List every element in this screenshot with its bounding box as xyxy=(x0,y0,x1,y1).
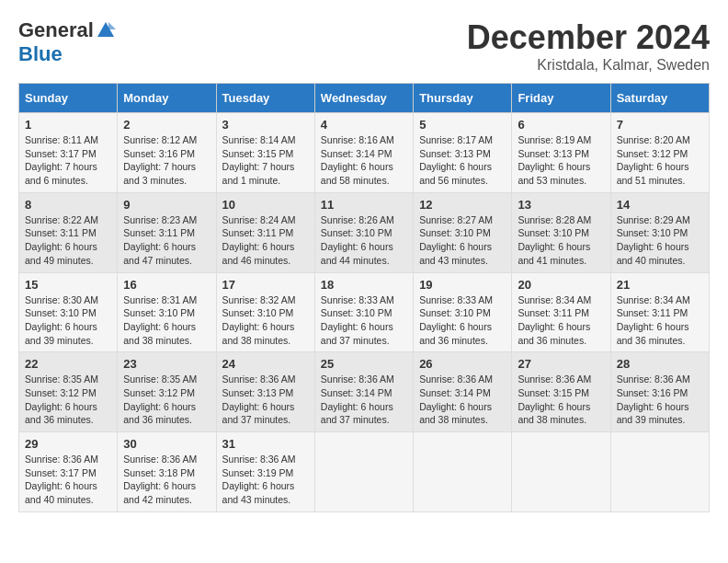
calendar-week-row: 8Sunrise: 8:22 AMSunset: 3:11 PMDaylight… xyxy=(19,192,710,272)
calendar-cell: 1Sunrise: 8:11 AMSunset: 3:17 PMDaylight… xyxy=(19,113,118,193)
day-info: Sunrise: 8:36 AMSunset: 3:13 PMDaylight:… xyxy=(222,373,309,427)
day-info: Sunrise: 8:14 AMSunset: 3:15 PMDaylight:… xyxy=(222,133,309,188)
calendar-cell: 31Sunrise: 8:36 AMSunset: 3:19 PMDayligh… xyxy=(216,432,314,512)
day-info: Sunrise: 8:36 AMSunset: 3:14 PMDaylight:… xyxy=(419,373,506,427)
calendar-cell: 19Sunrise: 8:33 AMSunset: 3:10 PMDayligh… xyxy=(414,272,512,352)
calendar-cell: 2Sunrise: 8:12 AMSunset: 3:16 PMDaylight… xyxy=(118,113,216,193)
calendar-cell: 6Sunrise: 8:19 AMSunset: 3:13 PMDaylight… xyxy=(512,113,610,193)
calendar-cell xyxy=(610,432,709,512)
day-info: Sunrise: 8:12 AMSunset: 3:16 PMDaylight:… xyxy=(123,133,210,188)
calendar-cell: 23Sunrise: 8:35 AMSunset: 3:12 PMDayligh… xyxy=(118,352,216,432)
day-info: Sunrise: 8:24 AMSunset: 3:11 PMDaylight:… xyxy=(222,213,309,268)
calendar-cell xyxy=(314,432,413,512)
calendar-week-row: 1Sunrise: 8:11 AMSunset: 3:17 PMDaylight… xyxy=(19,113,710,193)
day-number: 16 xyxy=(123,278,210,292)
day-number: 30 xyxy=(123,437,210,451)
day-number: 29 xyxy=(25,437,111,451)
day-number: 13 xyxy=(518,198,604,212)
header-friday: Friday xyxy=(512,84,610,113)
day-number: 3 xyxy=(222,118,309,132)
day-info: Sunrise: 8:35 AMSunset: 3:12 PMDaylight:… xyxy=(123,373,210,427)
day-info: Sunrise: 8:31 AMSunset: 3:10 PMDaylight:… xyxy=(123,293,210,348)
day-number: 19 xyxy=(419,278,506,292)
day-info: Sunrise: 8:36 AMSunset: 3:19 PMDaylight:… xyxy=(222,453,309,507)
logo-general-text: General xyxy=(18,18,94,42)
calendar-cell: 26Sunrise: 8:36 AMSunset: 3:14 PMDayligh… xyxy=(414,352,512,432)
calendar-cell: 30Sunrise: 8:36 AMSunset: 3:18 PMDayligh… xyxy=(118,432,216,512)
calendar-cell xyxy=(414,432,512,512)
calendar-week-row: 29Sunrise: 8:36 AMSunset: 3:17 PMDayligh… xyxy=(19,432,710,512)
day-info: Sunrise: 8:34 AMSunset: 3:11 PMDaylight:… xyxy=(518,293,604,348)
calendar-cell: 5Sunrise: 8:17 AMSunset: 3:13 PMDaylight… xyxy=(414,113,512,193)
calendar-cell: 28Sunrise: 8:36 AMSunset: 3:16 PMDayligh… xyxy=(610,352,709,432)
day-number: 12 xyxy=(419,198,506,212)
calendar-cell: 4Sunrise: 8:16 AMSunset: 3:14 PMDaylight… xyxy=(314,113,413,193)
calendar-week-row: 22Sunrise: 8:35 AMSunset: 3:12 PMDayligh… xyxy=(19,352,710,432)
day-number: 22 xyxy=(25,357,111,371)
calendar-week-row: 15Sunrise: 8:30 AMSunset: 3:10 PMDayligh… xyxy=(19,272,710,352)
day-number: 6 xyxy=(518,118,604,132)
calendar-cell: 15Sunrise: 8:30 AMSunset: 3:10 PMDayligh… xyxy=(19,272,118,352)
logo: General Blue xyxy=(18,18,116,66)
calendar-cell: 29Sunrise: 8:36 AMSunset: 3:17 PMDayligh… xyxy=(19,432,118,512)
calendar-cell: 16Sunrise: 8:31 AMSunset: 3:10 PMDayligh… xyxy=(118,272,216,352)
calendar-cell: 9Sunrise: 8:23 AMSunset: 3:11 PMDaylight… xyxy=(118,192,216,272)
header-saturday: Saturday xyxy=(610,84,709,113)
calendar-cell xyxy=(512,432,610,512)
calendar-cell: 25Sunrise: 8:36 AMSunset: 3:14 PMDayligh… xyxy=(314,352,413,432)
day-info: Sunrise: 8:27 AMSunset: 3:10 PMDaylight:… xyxy=(419,213,506,268)
day-info: Sunrise: 8:23 AMSunset: 3:11 PMDaylight:… xyxy=(123,213,210,268)
calendar-cell: 11Sunrise: 8:26 AMSunset: 3:10 PMDayligh… xyxy=(314,192,413,272)
calendar-cell: 8Sunrise: 8:22 AMSunset: 3:11 PMDaylight… xyxy=(19,192,118,272)
day-number: 9 xyxy=(123,198,210,212)
calendar-header-row: SundayMondayTuesdayWednesdayThursdayFrid… xyxy=(19,84,710,113)
day-number: 4 xyxy=(321,118,407,132)
logo-icon xyxy=(96,20,116,40)
day-info: Sunrise: 8:35 AMSunset: 3:12 PMDaylight:… xyxy=(25,373,111,427)
day-number: 5 xyxy=(419,118,506,132)
day-number: 28 xyxy=(617,357,703,371)
header: General Blue December 2024 Kristdala, Ka… xyxy=(18,18,710,74)
day-number: 27 xyxy=(518,357,604,371)
day-number: 25 xyxy=(321,357,407,371)
day-number: 17 xyxy=(222,278,309,292)
day-info: Sunrise: 8:17 AMSunset: 3:13 PMDaylight:… xyxy=(419,133,506,188)
day-info: Sunrise: 8:33 AMSunset: 3:10 PMDaylight:… xyxy=(321,293,407,348)
day-info: Sunrise: 8:16 AMSunset: 3:14 PMDaylight:… xyxy=(321,133,407,188)
calendar-cell: 24Sunrise: 8:36 AMSunset: 3:13 PMDayligh… xyxy=(216,352,314,432)
day-info: Sunrise: 8:29 AMSunset: 3:10 PMDaylight:… xyxy=(617,213,703,268)
calendar-cell: 13Sunrise: 8:28 AMSunset: 3:10 PMDayligh… xyxy=(512,192,610,272)
day-number: 1 xyxy=(25,118,111,132)
calendar-cell: 3Sunrise: 8:14 AMSunset: 3:15 PMDaylight… xyxy=(216,113,314,193)
day-number: 31 xyxy=(222,437,309,451)
day-number: 26 xyxy=(419,357,506,371)
calendar-cell: 12Sunrise: 8:27 AMSunset: 3:10 PMDayligh… xyxy=(414,192,512,272)
calendar-cell: 10Sunrise: 8:24 AMSunset: 3:11 PMDayligh… xyxy=(216,192,314,272)
calendar-cell: 17Sunrise: 8:32 AMSunset: 3:10 PMDayligh… xyxy=(216,272,314,352)
day-info: Sunrise: 8:11 AMSunset: 3:17 PMDaylight:… xyxy=(25,133,111,188)
day-info: Sunrise: 8:20 AMSunset: 3:12 PMDaylight:… xyxy=(617,133,703,188)
day-number: 20 xyxy=(518,278,604,292)
day-info: Sunrise: 8:32 AMSunset: 3:10 PMDaylight:… xyxy=(222,293,309,348)
day-number: 11 xyxy=(321,198,407,212)
day-info: Sunrise: 8:36 AMSunset: 3:16 PMDaylight:… xyxy=(617,373,703,427)
day-info: Sunrise: 8:33 AMSunset: 3:10 PMDaylight:… xyxy=(419,293,506,348)
svg-marker-1 xyxy=(108,22,116,29)
header-tuesday: Tuesday xyxy=(216,84,314,113)
day-info: Sunrise: 8:30 AMSunset: 3:10 PMDaylight:… xyxy=(25,293,111,348)
header-wednesday: Wednesday xyxy=(314,84,413,113)
day-number: 10 xyxy=(222,198,309,212)
day-info: Sunrise: 8:26 AMSunset: 3:10 PMDaylight:… xyxy=(321,213,407,268)
calendar-cell: 18Sunrise: 8:33 AMSunset: 3:10 PMDayligh… xyxy=(314,272,413,352)
day-number: 24 xyxy=(222,357,309,371)
day-info: Sunrise: 8:22 AMSunset: 3:11 PMDaylight:… xyxy=(25,213,111,268)
day-info: Sunrise: 8:36 AMSunset: 3:17 PMDaylight:… xyxy=(25,453,111,507)
day-info: Sunrise: 8:36 AMSunset: 3:14 PMDaylight:… xyxy=(321,373,407,427)
day-number: 15 xyxy=(25,278,111,292)
day-info: Sunrise: 8:28 AMSunset: 3:10 PMDaylight:… xyxy=(518,213,604,268)
location-subtitle: Kristdala, Kalmar, Sweden xyxy=(467,57,710,74)
day-number: 23 xyxy=(123,357,210,371)
day-number: 21 xyxy=(617,278,703,292)
day-info: Sunrise: 8:19 AMSunset: 3:13 PMDaylight:… xyxy=(518,133,604,188)
day-number: 8 xyxy=(25,198,111,212)
